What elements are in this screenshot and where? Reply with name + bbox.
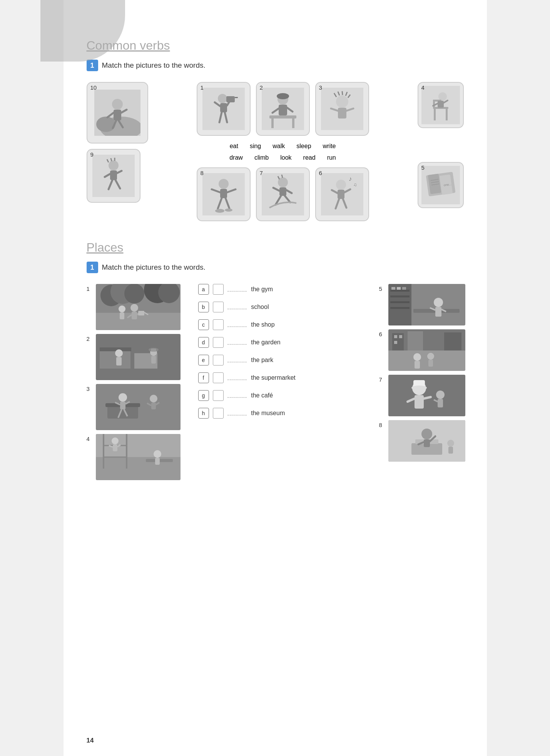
place-pic-5 — [388, 284, 465, 325]
svg-rect-180 — [438, 399, 443, 407]
verb-pic-9: 9 — [87, 149, 140, 203]
dots-g: .......... — [227, 392, 247, 399]
svg-rect-113 — [116, 357, 122, 365]
places-matching-area: 1 — [87, 284, 464, 480]
places-center-matching: a .......... the gym b .......... school… — [198, 284, 364, 480]
svg-rect-49 — [220, 189, 227, 198]
answer-box-a[interactable] — [213, 284, 224, 295]
places-right-pics: 5 — [379, 284, 464, 480]
exercise2-badge: 1 — [87, 262, 98, 273]
svg-rect-191 — [448, 447, 453, 454]
svg-point-95 — [124, 284, 144, 304]
verb-pic-6-svg: ♪ ♫ — [321, 173, 363, 215]
places-left-pics: 1 — [87, 284, 183, 480]
word-h: the museum — [251, 410, 285, 417]
svg-rect-161 — [408, 331, 423, 350]
svg-point-30 — [277, 93, 289, 99]
svg-rect-187 — [424, 439, 430, 447]
match-row-d: d .......... the garden — [198, 337, 364, 348]
svg-rect-168 — [415, 361, 420, 369]
svg-point-121 — [119, 393, 127, 402]
svg-point-54 — [215, 209, 224, 213]
word-pair-2: draw climb look read run — [229, 154, 336, 161]
word-eat: eat — [230, 143, 238, 150]
verb-pic-8: 8 — [197, 167, 251, 221]
svg-rect-67 — [338, 190, 344, 199]
verb-pic-2: 2 — [256, 82, 310, 136]
exercise2-instruction: 1 Match the pictures to the words. — [87, 262, 464, 273]
svg-rect-14 — [110, 170, 117, 180]
svg-point-142 — [154, 450, 161, 458]
common-verbs-section: Common verbs 1 Match the pictures to the… — [87, 38, 464, 221]
verb-pic-6: 6 ♪ — [315, 167, 369, 221]
svg-rect-32 — [271, 118, 274, 128]
svg-point-55 — [225, 209, 232, 212]
exercise1-instruction: 1 Match the pictures to the words. — [87, 60, 464, 71]
verb-pic-5: 5 one... — [418, 162, 464, 208]
match-row-b: b .......... school — [198, 302, 364, 312]
answer-box-d[interactable] — [213, 337, 224, 348]
svg-rect-163 — [444, 332, 461, 350]
place-pic-3 — [96, 384, 181, 430]
answer-box-c[interactable] — [213, 319, 224, 330]
place-pic-item-3: 3 — [87, 384, 183, 430]
svg-rect-128 — [151, 402, 156, 409]
match-row-a: a .......... the gym — [198, 284, 364, 295]
word-pair-1: eat sing walk sleep write — [230, 143, 336, 150]
page-number: 14 — [87, 737, 94, 744]
places-section: Places 1 Match the pictures to the words… — [87, 240, 464, 480]
verb-pic-4: 4 — [418, 82, 464, 128]
place-pic-item-7: 7 — [379, 375, 464, 416]
svg-point-105 — [119, 305, 125, 312]
dots-h: .......... — [227, 410, 247, 417]
svg-rect-122 — [120, 402, 125, 409]
dots-a: .......... — [227, 286, 247, 293]
svg-rect-60 — [279, 187, 286, 196]
svg-point-48 — [219, 179, 229, 189]
svg-point-3 — [112, 99, 123, 110]
page: Common verbs 1 Match the pictures to the… — [64, 0, 487, 756]
place-pic-item-2: 2 — [87, 334, 183, 380]
common-verbs-title: Common verbs — [87, 38, 464, 53]
letter-d: d — [198, 337, 209, 348]
word-c: the shop — [251, 321, 274, 328]
svg-point-169 — [427, 353, 434, 360]
svg-rect-166 — [394, 341, 397, 344]
svg-point-2 — [96, 117, 115, 132]
word-sleep: sleep — [296, 143, 311, 150]
verbs-layout: 10 — [87, 82, 464, 221]
word-look: look — [280, 154, 291, 161]
verb-pic-1: 1 — [197, 82, 251, 136]
place-pic-item-1: 1 — [87, 284, 183, 330]
svg-rect-115 — [151, 356, 156, 364]
word-e: the park — [251, 357, 273, 364]
word-f: the supermarket — [251, 374, 296, 381]
answer-box-f[interactable] — [213, 372, 224, 383]
svg-rect-148 — [390, 301, 410, 303]
answer-box-g[interactable] — [213, 390, 224, 401]
verb-pic-7-svg — [262, 173, 304, 215]
answer-box-e[interactable] — [213, 355, 224, 365]
answer-box-b[interactable] — [213, 302, 224, 312]
word-run: run — [327, 154, 336, 161]
svg-rect-117 — [151, 349, 156, 352]
verb-pic-1-svg — [202, 88, 245, 130]
place-pic-item-6: 6 — [379, 329, 464, 371]
dots-f: .......... — [227, 375, 247, 381]
letter-f: f — [198, 372, 209, 383]
place-pic-4 — [96, 434, 181, 480]
svg-rect-109 — [100, 347, 131, 351]
word-g: the café — [251, 392, 273, 399]
place-pic-item-4: 4 — [87, 434, 183, 480]
svg-point-179 — [436, 391, 445, 399]
answer-box-h[interactable] — [213, 408, 224, 419]
svg-rect-170 — [428, 360, 433, 367]
word-b: school — [251, 304, 269, 310]
verb-pic-8-svg — [202, 173, 245, 215]
svg-point-154 — [434, 298, 443, 307]
svg-line-41 — [342, 91, 343, 95]
svg-rect-143 — [155, 458, 160, 465]
places-title: Places — [87, 240, 464, 255]
letter-c: c — [198, 319, 209, 330]
match-row-f: f .......... the supermarket — [198, 372, 364, 383]
